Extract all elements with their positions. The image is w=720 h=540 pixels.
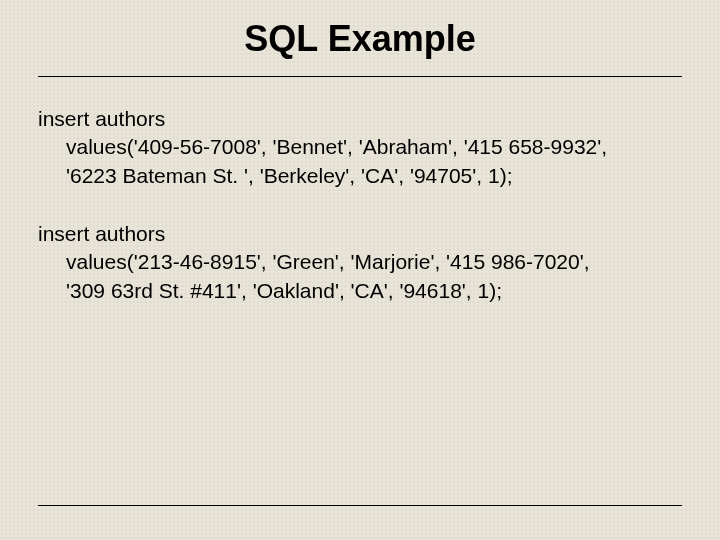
divider-bottom: [38, 505, 682, 506]
sql-line: '309 63rd St. #411', 'Oakland', 'CA', '9…: [66, 277, 682, 305]
sql-line: values('409-56-7008', 'Bennet', 'Abraham…: [66, 133, 682, 161]
divider-top: [38, 76, 682, 77]
slide-content: insert authors values('409-56-7008', 'Be…: [38, 105, 682, 305]
sql-line: insert authors: [38, 220, 682, 248]
sql-line: values('213-46-8915', 'Green', 'Marjorie…: [66, 248, 682, 276]
sql-line: insert authors: [38, 105, 682, 133]
sql-statement: insert authors values('213-46-8915', 'Gr…: [38, 220, 682, 305]
sql-line: '6223 Bateman St. ', 'Berkeley', 'CA', '…: [66, 162, 682, 190]
slide-title: SQL Example: [38, 18, 682, 60]
slide: SQL Example insert authors values('409-5…: [0, 0, 720, 540]
sql-statement: insert authors values('409-56-7008', 'Be…: [38, 105, 682, 190]
